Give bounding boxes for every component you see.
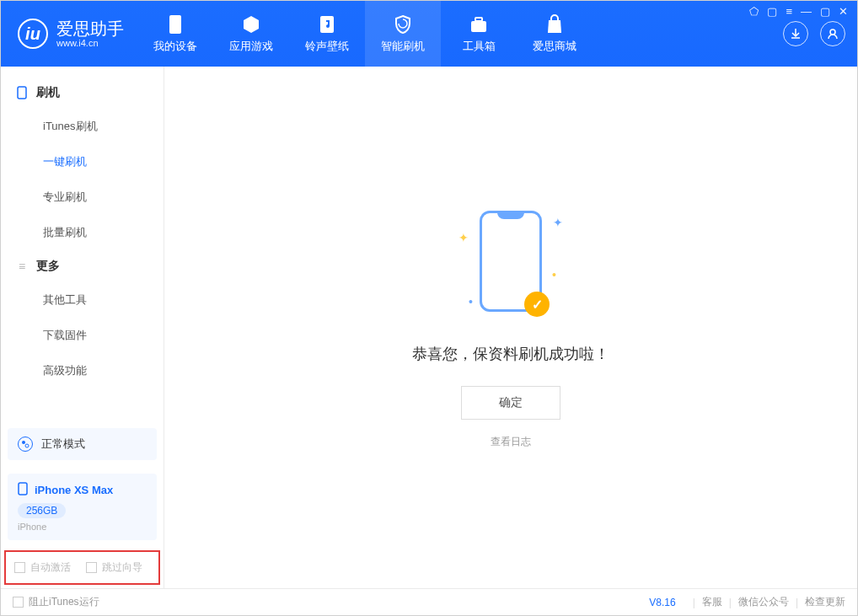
pin-icon[interactable]: ⬠ [749, 5, 759, 18]
svg-rect-1 [320, 16, 334, 33]
skin-icon[interactable]: ▢ [767, 5, 777, 18]
shield-icon [392, 13, 414, 35]
tab-label: 应用游戏 [229, 39, 273, 54]
view-log-link[interactable]: 查看日志 [491, 435, 531, 449]
tab-label: 爱思商城 [533, 39, 576, 54]
sparkle-icon: ✦ [553, 216, 563, 229]
cube-icon [240, 13, 262, 35]
sidebar-item-pro-flash[interactable]: 专业刷机 [1, 179, 164, 215]
highlighted-options: 自动激活 跳过向导 [4, 550, 160, 585]
logo-icon: iu [18, 19, 48, 49]
tab-store[interactable]: 爱思商城 [517, 1, 593, 67]
phone-outline-icon [16, 87, 28, 99]
sidebar-item-oneclick-flash[interactable]: 一键刷机 [1, 144, 164, 179]
chk-skip-guide[interactable]: 跳过向导 [86, 560, 142, 575]
check-badge-icon: ✓ [524, 292, 550, 317]
bag-icon [544, 13, 566, 35]
tab-label: 工具箱 [463, 39, 496, 54]
music-icon [316, 13, 338, 35]
svg-rect-2 [471, 21, 486, 32]
version-label: V8.16 [649, 597, 675, 608]
svg-point-4 [830, 29, 835, 35]
status-bar: 阻止iTunes运行 V8.16 | 客服 | 微信公众号 | 检查更新 [1, 588, 857, 615]
toolbox-icon [468, 13, 490, 35]
svg-point-6 [22, 441, 25, 444]
svg-rect-8 [19, 483, 27, 495]
chk-stop-itunes[interactable]: 阻止iTunes运行 [13, 595, 99, 609]
device-name: iPhone XS Max [35, 484, 113, 496]
mode-label: 正常模式 [41, 437, 85, 452]
tab-flash[interactable]: 智能刷机 [365, 1, 441, 67]
tab-apps[interactable]: 应用游戏 [213, 1, 289, 67]
svg-point-7 [25, 444, 29, 447]
link-service[interactable]: 客服 [702, 595, 722, 609]
sidebar: 刷机 iTunes刷机 一键刷机 专业刷机 批量刷机 ≡ 更多 其他工具 下载固… [1, 67, 164, 588]
checkbox-icon [13, 597, 24, 608]
menu-icon[interactable]: ≡ [786, 5, 792, 18]
device-type: iPhone [18, 522, 147, 532]
close-icon[interactable]: ✕ [839, 5, 848, 18]
maximize-icon[interactable]: ▢ [820, 5, 830, 18]
tab-ringtones[interactable]: 铃声壁纸 [289, 1, 365, 67]
device-mode-box[interactable]: 正常模式 [8, 428, 157, 460]
sparkle-icon: • [552, 268, 556, 281]
svg-rect-0 [169, 15, 181, 34]
tab-label: 我的设备 [153, 39, 197, 54]
user-button[interactable] [820, 21, 845, 46]
sidebar-item-other-tools[interactable]: 其他工具 [1, 282, 164, 318]
phone-icon [164, 13, 186, 35]
link-update[interactable]: 检查更新 [805, 595, 845, 609]
sidebar-item-batch-flash[interactable]: 批量刷机 [1, 215, 164, 250]
download-button[interactable] [783, 21, 808, 46]
window-controls: ⬠ ▢ ≡ — ▢ ✕ [749, 5, 848, 18]
sidebar-group-flash: 刷机 [1, 77, 164, 109]
sidebar-item-advanced[interactable]: 高级功能 [1, 353, 164, 388]
logo-area: iu 爱思助手 www.i4.cn [1, 1, 137, 67]
main-content: ✦ ✦ • • ✓ 恭喜您，保资料刷机成功啦！ 确定 查看日志 [164, 67, 857, 588]
sparkle-icon: • [469, 295, 473, 308]
checkbox-icon [86, 562, 97, 573]
sidebar-group-more: ≡ 更多 [1, 250, 164, 282]
group-title: 更多 [36, 259, 60, 274]
tab-label: 智能刷机 [381, 39, 425, 54]
app-url: www.i4.cn [56, 38, 124, 48]
sidebar-item-itunes-flash[interactable]: iTunes刷机 [1, 109, 164, 144]
app-name: 爱思助手 [56, 19, 124, 38]
sidebar-item-download-firmware[interactable]: 下载固件 [1, 318, 164, 353]
success-message: 恭喜您，保资料刷机成功啦！ [412, 344, 609, 364]
mode-icon [18, 437, 33, 452]
list-icon: ≡ [16, 260, 28, 272]
chk-auto-activate[interactable]: 自动激活 [14, 560, 71, 575]
sparkle-icon: ✦ [458, 231, 469, 244]
minimize-icon[interactable]: — [801, 5, 812, 18]
tab-label: 铃声壁纸 [305, 39, 349, 54]
device-card[interactable]: iPhone XS Max 256GB iPhone [8, 474, 157, 540]
success-illustration: ✦ ✦ • • ✓ [443, 206, 578, 324]
device-phone-icon [18, 482, 28, 498]
nav-tabs: 我的设备 应用游戏 铃声壁纸 智能刷机 工具箱 爱思商城 [137, 1, 593, 67]
svg-rect-5 [18, 87, 26, 99]
group-title: 刷机 [36, 85, 60, 100]
app-header: ⬠ ▢ ≡ — ▢ ✕ iu 爱思助手 www.i4.cn 我的设备 应用游戏 … [1, 1, 857, 67]
link-wechat[interactable]: 微信公众号 [738, 595, 789, 609]
confirm-button[interactable]: 确定 [461, 386, 560, 420]
tab-toolbox[interactable]: 工具箱 [441, 1, 517, 67]
svg-rect-3 [475, 18, 482, 21]
tab-my-device[interactable]: 我的设备 [137, 1, 213, 67]
checkbox-icon [14, 562, 25, 573]
device-storage-badge: 256GB [18, 503, 66, 518]
